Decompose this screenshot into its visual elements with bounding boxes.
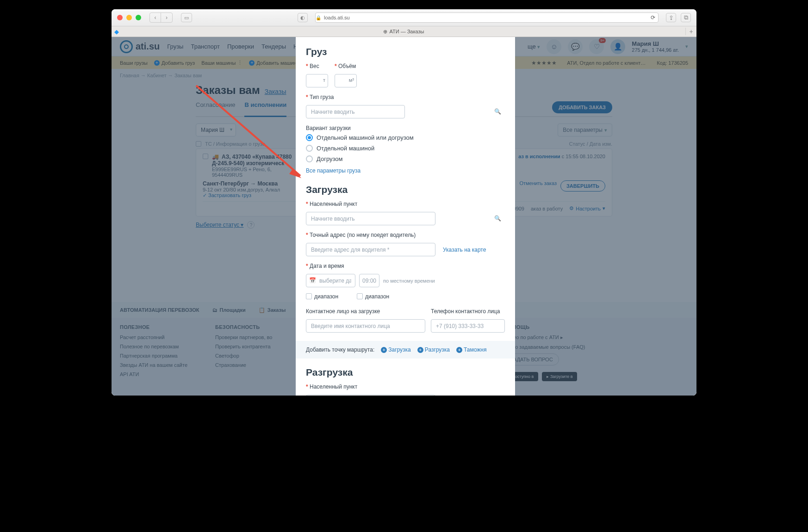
close-window-button[interactable] xyxy=(117,15,123,20)
add-loading-point[interactable]: +Загрузка xyxy=(381,346,411,353)
all-cargo-params-link[interactable]: Все параметры груза xyxy=(306,167,360,174)
toolbar-right: ⇪ ⧉ xyxy=(666,13,691,22)
search-icon: 🔍 xyxy=(494,108,501,115)
date-range-checkbox[interactable]: диапазон xyxy=(306,293,338,300)
calendar-icon: 📅 xyxy=(309,277,316,284)
add-unloading-point[interactable]: +Разгрузка xyxy=(417,346,450,353)
volume-label: Объём xyxy=(335,63,357,69)
titlebar: ‹ › ▭ ◐ 🔒 loads.ati.su ⟳ ⇪ ⧉ xyxy=(112,9,696,26)
datetime-label: Дата и время xyxy=(306,263,505,269)
search-icon: 🔍 xyxy=(494,215,501,222)
nav-arrows: ‹ › xyxy=(149,12,173,23)
cargo-type-label: Тип груза xyxy=(306,94,505,100)
favorites-button[interactable]: ◆ xyxy=(112,28,122,35)
privacy-shield-button[interactable]: ◐ xyxy=(298,13,308,22)
reload-icon[interactable]: ⟳ xyxy=(651,14,655,21)
tab-title[interactable]: ⊕ АТИ — Заказы xyxy=(122,29,685,35)
url-text: loads.ati.su xyxy=(324,15,350,20)
forward-button[interactable]: › xyxy=(161,13,172,22)
url-bar[interactable]: 🔒 loads.ati.su ⟳ xyxy=(315,12,659,23)
radio-separate[interactable]: Отдельной машиной xyxy=(306,145,505,152)
loading-city-label: Населенный пункт xyxy=(306,201,505,207)
back-button[interactable]: ‹ xyxy=(150,13,161,22)
add-customs-point[interactable]: +Таможня xyxy=(456,346,486,353)
time-range-checkbox[interactable]: диапазон xyxy=(357,293,389,300)
page-viewport: ati.su Грузы Транспорт Проверки Тендеры … xyxy=(112,37,696,396)
weight-label: Вес xyxy=(306,63,328,69)
unloading-city-input[interactable] xyxy=(306,395,435,396)
loading-city-input[interactable] xyxy=(306,212,435,225)
loading-section-heading: Загрузка xyxy=(306,184,505,195)
radio-separate-or-partial[interactable]: Отдельной машиной или догрузом xyxy=(306,134,505,141)
sidebar-toggle-button[interactable]: ▭ xyxy=(181,13,192,22)
contact-phone-label: Телефон контактного лица xyxy=(431,308,505,315)
loading-address-input[interactable] xyxy=(306,243,435,256)
maximize-window-button[interactable] xyxy=(136,15,141,20)
cargo-type-input[interactable] xyxy=(306,105,405,118)
map-link[interactable]: Указать на карте xyxy=(443,247,486,253)
loading-variant-group: Отдельной машиной или догрузом Отдельной… xyxy=(306,134,505,162)
unloading-city-label: Населенный пункт xyxy=(306,384,505,390)
tab-bar: ◆ ⊕ АТИ — Заказы + xyxy=(112,26,696,37)
add-route-point-row: Добавить точку маршрута: +Загрузка +Разг… xyxy=(296,341,515,359)
site-favicon-icon: ⊕ xyxy=(383,29,387,35)
unloading-section-heading: Разгрузка xyxy=(306,367,505,378)
weight-unit: т xyxy=(323,77,325,83)
cargo-section-heading: Груз xyxy=(306,46,505,57)
tabs-button[interactable]: ⧉ xyxy=(681,13,691,22)
timezone-hint: по местному времени xyxy=(383,278,435,284)
radio-partial[interactable]: Догрузом xyxy=(306,155,505,162)
volume-unit: м³ xyxy=(349,77,354,83)
time-input[interactable] xyxy=(359,274,379,287)
contact-name-label: Контактное лицо на загрузке xyxy=(306,308,425,315)
order-form-modal: Груз Вес т Объём м³ xyxy=(296,37,515,396)
contact-name-input[interactable] xyxy=(306,319,425,333)
share-button[interactable]: ⇪ xyxy=(666,13,676,22)
traffic-lights xyxy=(117,15,141,20)
loading-address-label: Точный адрес (по нему поедет водитель) xyxy=(306,232,505,238)
lock-icon: 🔒 xyxy=(316,15,321,20)
new-tab-button[interactable]: + xyxy=(685,28,696,35)
contact-phone-input[interactable] xyxy=(431,319,505,333)
browser-window: ‹ › ▭ ◐ 🔒 loads.ati.su ⟳ ⇪ ⧉ ◆ ⊕ АТИ — З… xyxy=(112,9,696,396)
loading-variant-label: Вариант загрузки xyxy=(306,125,505,131)
minimize-window-button[interactable] xyxy=(126,15,132,20)
